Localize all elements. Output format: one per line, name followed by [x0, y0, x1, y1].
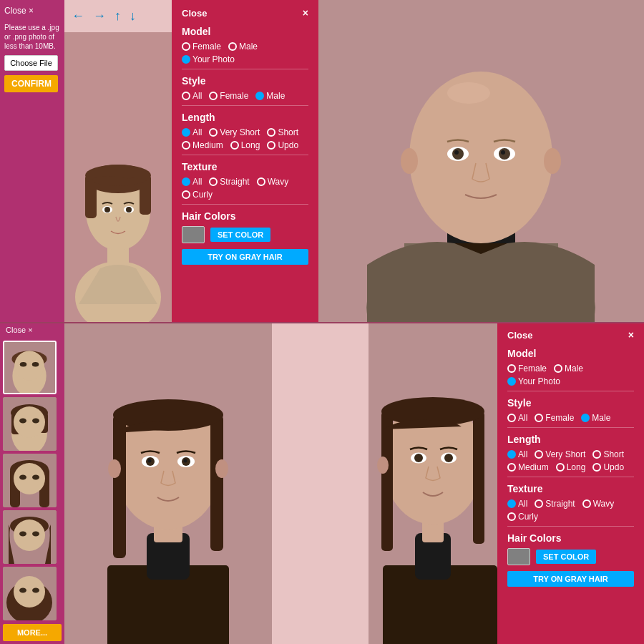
b-length-medium-radio[interactable] [507, 463, 516, 472]
length-section-title: Length [182, 112, 308, 123]
svg-point-66 [108, 459, 121, 478]
b-style-female-radio[interactable] [535, 414, 543, 422]
nav-down-arrow[interactable]: ↓ [130, 9, 136, 24]
bottom-sidebar-close-button[interactable]: × [628, 329, 634, 341]
thumbnail-item-3[interactable] [3, 454, 57, 507]
texture-straight-radio[interactable] [209, 177, 218, 186]
thumbnail-item-1[interactable] [3, 341, 57, 394]
texture-curly-radio[interactable] [182, 190, 190, 199]
length-short-radio[interactable] [267, 128, 275, 137]
b-length-all-option[interactable]: All [507, 449, 527, 459]
model-female-radio[interactable] [182, 42, 190, 51]
b-length-updo-radio[interactable] [592, 463, 601, 472]
b-style-all-radio[interactable] [507, 414, 516, 422]
texture-straight-option[interactable]: Straight [209, 177, 249, 187]
length-long-radio[interactable] [230, 141, 239, 150]
top-sidebar-close-row: Close × [182, 7, 308, 19]
b-style-radio-group: All Female Male [507, 413, 634, 423]
style-male-radio[interactable] [255, 92, 264, 100]
nav-back-arrow[interactable]: ← [72, 9, 84, 24]
thumbnail-item-4[interactable] [3, 510, 57, 564]
svg-point-10 [104, 207, 110, 213]
texture-all-radio[interactable] [182, 177, 190, 186]
b-length-radio-group: All Very Short Short Medium Long Updo [507, 449, 634, 472]
b-length-long-option[interactable]: Long [556, 462, 586, 472]
b-model-female-radio[interactable] [507, 364, 516, 373]
upload-close-button[interactable]: Close × [4, 6, 34, 16]
svg-point-67 [215, 459, 228, 478]
b-length-short-option[interactable]: Short [592, 449, 624, 459]
bottom-close-button[interactable]: Close × [0, 322, 64, 338]
model-male-option[interactable]: Male [228, 42, 258, 52]
model-your-photo-option[interactable]: Your Photo [182, 54, 235, 64]
confirm-button[interactable]: CONFIRM [4, 75, 58, 92]
hair-color-swatch[interactable] [182, 226, 205, 243]
b-texture-wavy-radio[interactable] [582, 499, 591, 508]
length-very-short-radio[interactable] [209, 128, 218, 137]
style-male-option[interactable]: Male [255, 91, 285, 101]
svg-point-47 [32, 475, 39, 480]
length-all-radio[interactable] [182, 128, 190, 137]
b-length-updo-option[interactable]: Updo [592, 462, 624, 472]
set-color-button[interactable]: SET COLOR [210, 228, 270, 242]
length-updo-option[interactable]: Updo [267, 140, 298, 150]
top-sidebar-close-button[interactable]: × [303, 7, 308, 19]
b-texture-all-option[interactable]: All [507, 499, 527, 509]
length-long-option[interactable]: Long [230, 140, 260, 150]
b-set-color-button[interactable]: SET COLOR [536, 550, 596, 564]
b-model-male-radio[interactable] [554, 364, 562, 373]
style-female-radio[interactable] [209, 92, 218, 100]
svg-point-26 [501, 150, 505, 155]
choose-file-button[interactable]: Choose File [4, 55, 58, 71]
b-length-medium-option[interactable]: Medium [507, 462, 549, 472]
b-length-very-short-option[interactable]: Very Short [535, 449, 585, 459]
texture-curly-option[interactable]: Curly [182, 190, 213, 200]
svg-point-85 [414, 454, 423, 462]
style-all-radio[interactable] [182, 92, 190, 100]
b-texture-curly-option[interactable]: Curly [507, 512, 538, 522]
thumbnail-item-5[interactable] [3, 567, 57, 620]
b-length-very-short-radio[interactable] [535, 450, 543, 459]
length-very-short-option[interactable]: Very Short [209, 127, 260, 137]
b-model-your-photo-option[interactable]: Your Photo [507, 376, 560, 386]
length-medium-option[interactable]: Medium [182, 140, 223, 150]
length-all-option[interactable]: All [182, 127, 202, 137]
b-texture-straight-radio[interactable] [535, 499, 543, 508]
length-medium-radio[interactable] [182, 141, 190, 150]
b-texture-all-radio[interactable] [507, 499, 516, 508]
b-style-male-option[interactable]: Male [581, 413, 610, 423]
try-gray-button[interactable]: TRY ON GRAY HAIR [182, 249, 308, 265]
model-your-photo-radio[interactable] [182, 55, 190, 64]
length-short-option[interactable]: Short [267, 127, 298, 137]
svg-point-20 [544, 148, 561, 174]
b-try-gray-button[interactable]: TRY ON GRAY HAIR [507, 571, 634, 587]
b-style-male-radio[interactable] [581, 414, 590, 422]
style-all-option[interactable]: All [182, 91, 202, 101]
b-model-male-option[interactable]: Male [554, 364, 583, 374]
texture-all-option[interactable]: All [182, 177, 202, 187]
b-length-long-radio[interactable] [556, 463, 565, 472]
more-button[interactable]: MORE... [3, 624, 62, 641]
b-model-female-option[interactable]: Female [507, 364, 547, 374]
b-hair-colors-row: SET COLOR [507, 548, 634, 565]
texture-wavy-radio[interactable] [257, 177, 265, 186]
b-texture-straight-option[interactable]: Straight [535, 499, 575, 509]
thumbnail-item-2[interactable] [3, 397, 57, 451]
b-length-all-radio[interactable] [507, 450, 516, 459]
model-female-option[interactable]: Female [182, 42, 221, 52]
b-texture-curly-radio[interactable] [507, 512, 516, 521]
nav-forward-arrow[interactable]: → [93, 9, 106, 24]
model-male-radio[interactable] [228, 42, 237, 51]
b-model-your-photo-radio[interactable] [507, 377, 516, 386]
nav-up-arrow[interactable]: ↑ [114, 9, 121, 24]
top-left-photo-area [64, 32, 172, 322]
b-texture-wavy-option[interactable]: Wavy [582, 499, 615, 509]
style-female-option[interactable]: Female [209, 91, 248, 101]
b-style-all-option[interactable]: All [507, 413, 527, 423]
svg-point-56 [19, 588, 26, 593]
b-hair-color-swatch[interactable] [507, 548, 530, 565]
texture-wavy-option[interactable]: Wavy [257, 177, 289, 187]
length-updo-radio[interactable] [267, 141, 275, 150]
b-length-short-radio[interactable] [592, 450, 601, 459]
b-style-female-option[interactable]: Female [535, 413, 574, 423]
